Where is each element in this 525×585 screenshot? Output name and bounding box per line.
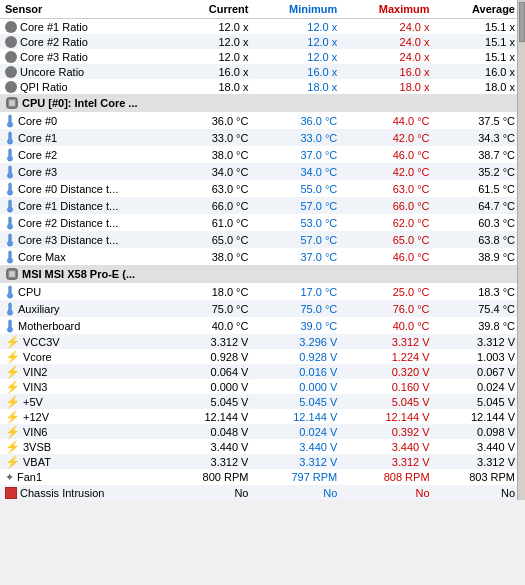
minimum-value: 33.0 °C (258, 129, 347, 146)
section-header-label: CPU [#0]: Intel Core ... (22, 97, 138, 109)
sensor-name-cell: Core #3 Distance t... (0, 231, 173, 248)
main-container: Sensor Current Minimum Maximum Average C… (0, 0, 525, 500)
sensor-name-cell: Uncore Ratio (0, 64, 173, 79)
svg-rect-40 (9, 256, 11, 260)
minimum-value: 5.045 V (258, 394, 347, 409)
scrollbar-thumb[interactable] (519, 2, 525, 42)
sensor-name: +12V (23, 411, 49, 423)
maximum-value: 25.0 °C (347, 283, 439, 300)
sensor-name-cell: Core #0 (0, 112, 173, 129)
average-value: 0.024 V (440, 379, 525, 394)
svg-rect-25 (9, 171, 11, 175)
scrollbar[interactable] (517, 0, 525, 500)
current-value: 66.0 °C (173, 197, 258, 214)
current-value: No (173, 485, 258, 500)
table-row: Core #0 36.0 °C 36.0 °C 44.0 °C 37.5 °C (0, 112, 525, 129)
sensor-name-cell: Auxiliary (0, 300, 173, 317)
average-value: 5.045 V (440, 394, 525, 409)
sensor-name: Fan1 (17, 471, 42, 483)
average-value: 15.1 x (440, 49, 525, 64)
current-value: 12.0 x (173, 49, 258, 64)
current-value: 33.0 °C (173, 129, 258, 146)
current-value: 0.064 V (173, 364, 258, 379)
current-value: 18.0 °C (173, 283, 258, 300)
current-value: 38.0 °C (173, 248, 258, 265)
sensor-name-cell: ✦ Fan1 (0, 469, 173, 485)
sensor-name: Core #3 Distance t... (18, 234, 118, 246)
sensor-name-cell: Core #1 (0, 129, 173, 146)
table-row: Uncore Ratio 16.0 x 16.0 x 16.0 x 16.0 x (0, 64, 525, 79)
current-value: 0.048 V (173, 424, 258, 439)
sensor-name: Vcore (23, 351, 52, 363)
average-value: 34.3 °C (440, 129, 525, 146)
current-value: 63.0 °C (173, 180, 258, 197)
section-header-row: MSI MSI X58 Pro-E (... (0, 265, 525, 283)
section-header-label: MSI MSI X58 Pro-E (... (22, 268, 135, 280)
maximum-value: 5.045 V (347, 394, 439, 409)
lightning-icon: ⚡ (5, 396, 20, 408)
svg-rect-60 (9, 308, 11, 312)
current-value: 12.144 V (173, 409, 258, 424)
maximum-value: 46.0 °C (347, 248, 439, 265)
lightning-icon: ⚡ (5, 336, 20, 348)
thermometer-icon (5, 131, 15, 145)
average-value: 38.9 °C (440, 248, 525, 265)
maximum-value: 44.0 °C (347, 112, 439, 129)
sensor-name-cell: ⚡ Vcore (0, 349, 173, 364)
minimum-value: 34.0 °C (258, 163, 347, 180)
current-value: 75.0 °C (173, 300, 258, 317)
sensor-name-cell: Core #2 Distance t... (0, 214, 173, 231)
col-average: Average (440, 0, 525, 19)
minimum-value: 3.440 V (258, 439, 347, 454)
minimum-value: 797 RPM (258, 469, 347, 485)
table-row: CPU 18.0 °C 17.0 °C 25.0 °C 18.3 °C (0, 283, 525, 300)
svg-rect-57 (9, 291, 11, 295)
maximum-value: 24.0 x (347, 34, 439, 49)
maximum-value: 42.0 °C (347, 163, 439, 180)
table-row: ⚡ 3VSB 3.440 V 3.440 V 3.440 V 3.440 V (0, 439, 525, 454)
table-row: Core #2 Distance t... 61.0 °C 53.0 °C 62… (0, 214, 525, 231)
table-row: ⚡ VIN2 0.064 V 0.016 V 0.320 V 0.067 V (0, 364, 525, 379)
maximum-value: 40.0 °C (347, 317, 439, 334)
lightning-icon: ⚡ (5, 381, 20, 393)
col-sensor: Sensor (0, 0, 173, 19)
thermometer-icon (5, 250, 15, 264)
sensor-name-cell: ⚡ VIN6 (0, 424, 173, 439)
svg-rect-31 (9, 205, 11, 209)
current-value: 0.928 V (173, 349, 258, 364)
current-value: 65.0 °C (173, 231, 258, 248)
sensor-name-cell: ⚡ VIN3 (0, 379, 173, 394)
sensor-name-cell: CPU (0, 283, 173, 300)
sensor-name: Core #3 (18, 166, 57, 178)
minimum-value: 12.144 V (258, 409, 347, 424)
average-value: 75.4 °C (440, 300, 525, 317)
maximum-value: 808 RPM (347, 469, 439, 485)
current-value: 3.312 V (173, 454, 258, 469)
minimum-value: 36.0 °C (258, 112, 347, 129)
minimum-value: 53.0 °C (258, 214, 347, 231)
maximum-value: 24.0 x (347, 49, 439, 64)
svg-rect-42 (9, 271, 15, 277)
current-value: 16.0 x (173, 64, 258, 79)
circle-icon (5, 51, 17, 63)
sensor-name: VIN2 (23, 366, 47, 378)
circle-icon (5, 66, 17, 78)
maximum-value: 0.320 V (347, 364, 439, 379)
minimum-value: 16.0 x (258, 64, 347, 79)
maximum-value: 76.0 °C (347, 300, 439, 317)
average-value: 60.3 °C (440, 214, 525, 231)
thermometer-icon (5, 319, 15, 333)
maximum-value: 46.0 °C (347, 146, 439, 163)
average-value: 37.5 °C (440, 112, 525, 129)
minimum-value: 12.0 x (258, 49, 347, 64)
chip-icon (5, 487, 17, 499)
average-value: 38.7 °C (440, 146, 525, 163)
lightning-icon: ⚡ (5, 366, 20, 378)
minimum-value: 39.0 °C (258, 317, 347, 334)
average-value: 12.144 V (440, 409, 525, 424)
average-value: 16.0 x (440, 64, 525, 79)
table-row: Core #3 34.0 °C 34.0 °C 42.0 °C 35.2 °C (0, 163, 525, 180)
current-value: 36.0 °C (173, 112, 258, 129)
table-row: ⚡ VIN3 0.000 V 0.000 V 0.160 V 0.024 V (0, 379, 525, 394)
svg-rect-34 (9, 222, 11, 226)
